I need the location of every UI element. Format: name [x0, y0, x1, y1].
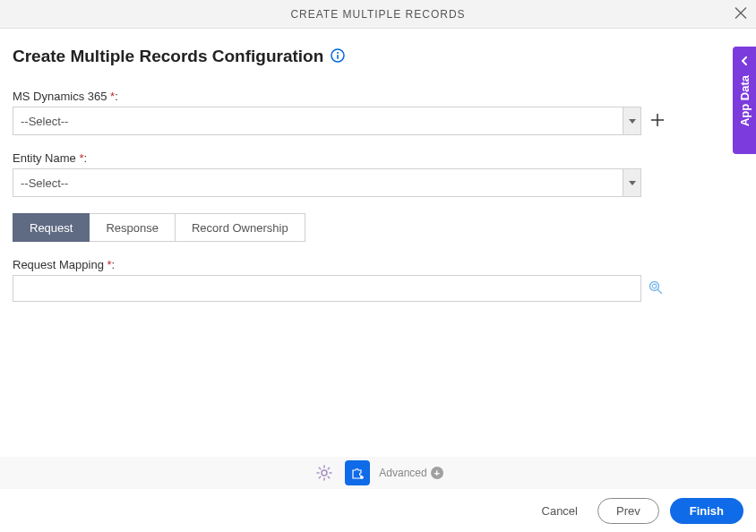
content-area: Create Multiple Records Configuration MS… [0, 29, 756, 302]
advanced-button[interactable]: Advanced + [379, 467, 442, 479]
entity-label: Entity Name *: [13, 151, 743, 165]
mapping-label-text: Request Mapping [13, 258, 104, 271]
tab-record-ownership-label: Record Ownership [192, 221, 288, 235]
toolbar-bottom: Advanced + [0, 457, 756, 489]
search-icon [649, 280, 663, 295]
header-title: CREATE MULTIPLE RECORDS [290, 8, 465, 21]
svg-rect-4 [338, 55, 339, 59]
tab-request-label: Request [30, 221, 73, 235]
svg-point-3 [337, 52, 339, 54]
app-data-label: App Data [738, 75, 752, 126]
dynamics-select[interactable]: --Select-- [13, 107, 641, 135]
page-title: Create Multiple Records Configuration [13, 47, 323, 66]
tab-response[interactable]: Response [90, 213, 176, 242]
plus-circle-icon: + [431, 467, 443, 479]
app-data-panel-toggle[interactable]: App Data [733, 47, 756, 154]
dynamics-select-value: --Select-- [13, 115, 68, 128]
close-button[interactable] [735, 6, 747, 21]
svg-point-10 [322, 470, 327, 476]
chevron-down-icon [629, 119, 636, 124]
entity-select[interactable]: --Select-- [13, 168, 641, 197]
advanced-label-text: Advanced [379, 467, 426, 479]
page-title-row: Create Multiple Records Configuration [13, 47, 743, 66]
dynamics-label: MS Dynamics 365 *: [13, 90, 743, 103]
svg-line-9 [658, 289, 662, 293]
plus-icon [650, 113, 665, 127]
dynamics-caret[interactable] [623, 107, 640, 134]
gear-icon [316, 465, 332, 481]
puzzle-button[interactable] [345, 460, 370, 485]
footer-actions: Cancel Prev Finish [0, 489, 756, 532]
entity-label-text: Entity Name [13, 151, 76, 165]
cancel-button[interactable]: Cancel [533, 499, 587, 523]
required-mark: * [107, 258, 112, 271]
tab-record-ownership[interactable]: Record Ownership [176, 213, 305, 242]
tabs: Request Response Record Ownership [13, 213, 743, 242]
dynamics-label-text: MS Dynamics 365 [13, 90, 107, 103]
chevron-down-icon [629, 181, 636, 185]
chevron-left-icon [740, 54, 749, 68]
header-bar: CREATE MULTIPLE RECORDS [0, 0, 756, 29]
entity-select-value: --Select-- [13, 176, 68, 190]
required-mark: * [110, 90, 115, 103]
tab-response-label: Response [106, 221, 159, 235]
tab-request[interactable]: Request [13, 213, 90, 242]
add-connection-button[interactable] [650, 113, 665, 130]
settings-button[interactable] [313, 461, 336, 485]
required-mark: * [79, 151, 83, 165]
svg-point-8 [652, 284, 657, 288]
mapping-label: Request Mapping *: [13, 258, 743, 271]
entity-caret[interactable] [623, 169, 640, 196]
close-icon [735, 6, 747, 19]
puzzle-icon [350, 466, 365, 480]
request-mapping-input[interactable] [13, 275, 641, 302]
lookup-button[interactable] [649, 280, 663, 297]
prev-button[interactable]: Prev [597, 498, 659, 524]
info-icon[interactable] [331, 48, 345, 65]
finish-button[interactable]: Finish [670, 498, 743, 524]
